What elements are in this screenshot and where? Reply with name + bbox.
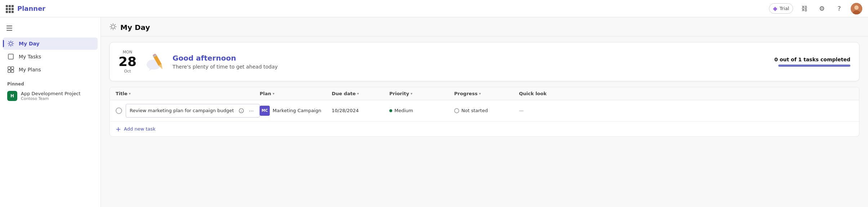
tasks-nav-icon — [7, 53, 14, 60]
greeting: Good afternoon — [173, 54, 764, 62]
col-header-title[interactable]: Title ▾ — [116, 91, 260, 96]
top-bar-left: Planner — [6, 5, 45, 12]
task-title-cell: Review marketing plan for campaign budge… — [116, 104, 260, 118]
col-header-priority[interactable]: Priority ▾ — [389, 91, 454, 96]
sidebar-item-my-day[interactable]: My Day — [3, 38, 98, 50]
svg-rect-3 — [6, 26, 12, 26]
sidebar: My Day My Tasks — [0, 17, 101, 207]
hero-card: MON 28 Oct — [109, 42, 859, 81]
add-task-row[interactable]: + Add new task — [110, 122, 859, 136]
plan-sort-icon: ▾ — [273, 92, 274, 96]
svg-rect-16 — [8, 67, 10, 69]
col-header-plan[interactable]: Plan ▾ — [260, 91, 332, 96]
svg-line-14 — [9, 45, 9, 45]
help-icon[interactable]: ? — [833, 3, 845, 14]
col-header-due-date[interactable]: Due date ▾ — [332, 91, 389, 96]
main-layout: My Day My Tasks — [0, 17, 868, 207]
task-title-box: Review marketing plan for campaign budge… — [126, 104, 260, 118]
svg-line-25 — [111, 25, 112, 25]
table-row: Review marketing plan for campaign budge… — [110, 100, 859, 122]
diamond-icon: ◆ — [773, 5, 777, 12]
sidebar-item-my-plans[interactable]: My Plans — [3, 63, 98, 76]
progress-bar — [778, 65, 850, 67]
sidebar-item-my-plans-label: My Plans — [19, 67, 41, 72]
col-header-progress[interactable]: Progress ▾ — [454, 91, 519, 96]
plan-name: Marketing Campaign — [273, 108, 321, 113]
svg-point-1 — [854, 5, 859, 10]
day-number: 28 — [118, 54, 137, 69]
progress-sort-icon: ▾ — [479, 92, 481, 96]
sidebar-nav: My Day My Tasks — [0, 36, 100, 77]
task-checkbox[interactable] — [116, 107, 122, 114]
svg-rect-18 — [8, 70, 10, 72]
pinned-item-text: App Development Project Contoso Team — [21, 91, 81, 101]
task-table: Title ▾ Plan ▾ Due date ▾ Priority ▾ Pro… — [109, 87, 859, 137]
avatar[interactable] — [851, 3, 862, 14]
sidebar-item-my-day-label: My Day — [19, 41, 40, 47]
task-progress: 0 out of 1 tasks completed — [771, 57, 850, 67]
svg-text:i: i — [241, 109, 242, 113]
svg-line-11 — [9, 41, 9, 42]
task-more-button[interactable]: ⋯ — [247, 106, 256, 115]
page-title: My Day — [120, 23, 150, 32]
svg-line-27 — [115, 25, 115, 25]
pinned-item-app-dev[interactable]: H App Development Project Contoso Team — [3, 88, 98, 104]
sun-nav-icon — [7, 40, 14, 47]
progress-label: Not started — [461, 108, 488, 113]
svg-rect-15 — [8, 54, 13, 59]
page-header: My Day — [101, 17, 868, 36]
svg-rect-5 — [6, 30, 12, 31]
svg-point-20 — [112, 25, 115, 28]
quick-look-cell: — — [519, 108, 562, 113]
task-title-text[interactable]: Review marketing plan for campaign budge… — [130, 108, 234, 113]
sub-greeting: There's plenty of time to get ahead toda… — [173, 64, 764, 70]
pinned-item-name: App Development Project — [21, 91, 81, 96]
add-task-label: Add new task — [124, 126, 156, 132]
svg-line-13 — [12, 41, 13, 42]
hero-text: Good afternoon There's plenty of time to… — [173, 54, 764, 70]
top-bar: Planner ◆ Trial ⛓ ⚙ ? — [0, 0, 868, 17]
page-sun-icon — [109, 23, 117, 32]
pinned-section-label: Pinned — [0, 77, 100, 88]
svg-rect-19 — [11, 70, 14, 72]
priority-cell: Medium — [389, 108, 454, 113]
progress-cell: Not started — [454, 108, 519, 113]
share-icon[interactable]: ⛓ — [799, 3, 810, 14]
month-name: Oct — [124, 69, 131, 74]
waffle-icon[interactable] — [6, 5, 13, 12]
priority-sort-icon: ▾ — [411, 92, 412, 96]
svg-line-28 — [111, 28, 112, 29]
svg-rect-17 — [11, 67, 14, 69]
table-header: Title ▾ Plan ▾ Due date ▾ Priority ▾ Pro… — [110, 87, 859, 100]
pinned-item-icon: H — [7, 91, 17, 101]
svg-point-6 — [9, 42, 12, 45]
task-count: 0 out of 1 tasks completed — [774, 57, 850, 62]
sidebar-item-my-tasks-label: My Tasks — [19, 54, 41, 60]
sidebar-collapse-button[interactable] — [3, 22, 16, 35]
app-title: Planner — [17, 5, 45, 12]
main-content: My Day MON 28 Oct — [101, 17, 868, 207]
priority-dot — [389, 109, 392, 112]
progress-circle-icon — [454, 108, 459, 113]
sidebar-item-my-tasks[interactable]: My Tasks — [3, 50, 98, 63]
svg-rect-4 — [6, 28, 12, 28]
top-bar-right: ◆ Trial ⛓ ⚙ ? — [769, 3, 862, 14]
plans-nav-icon — [7, 66, 14, 73]
plan-cell: MC Marketing Campaign — [260, 106, 332, 116]
priority-label: Medium — [394, 108, 413, 113]
pencil-graphic — [144, 51, 165, 72]
plan-badge: MC — [260, 106, 270, 116]
trial-badge[interactable]: ◆ Trial — [769, 3, 793, 14]
title-sort-icon: ▾ — [129, 92, 131, 96]
date-block: MON 28 Oct — [118, 50, 137, 74]
col-header-quick-look: Quick look — [519, 91, 562, 96]
task-info-button[interactable]: i — [237, 106, 246, 115]
due-date-cell: 10/28/2024 — [332, 108, 389, 113]
svg-line-12 — [12, 45, 13, 45]
pinned-item-team: Contoso Team — [21, 96, 81, 101]
svg-line-26 — [115, 28, 115, 29]
trial-label: Trial — [779, 6, 789, 11]
add-icon: + — [116, 125, 121, 133]
due-date-sort-icon: ▾ — [357, 92, 359, 96]
settings-icon[interactable]: ⚙ — [816, 3, 828, 14]
